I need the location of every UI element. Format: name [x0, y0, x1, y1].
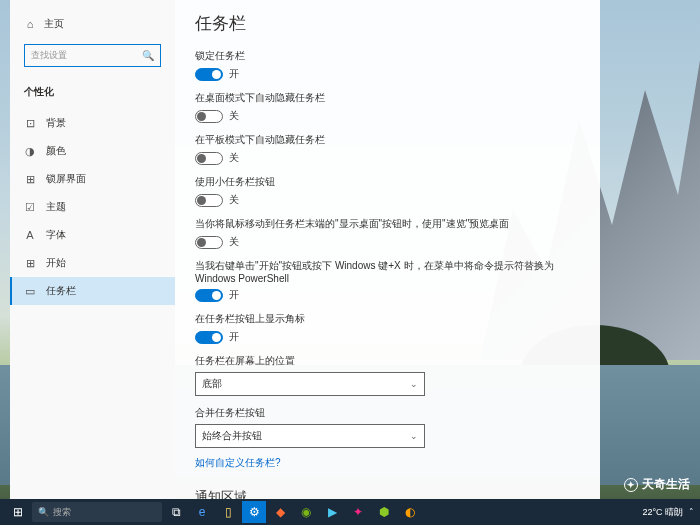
- edge-icon[interactable]: e: [190, 501, 214, 523]
- home-icon: ⌂: [24, 18, 36, 30]
- app-icon-5[interactable]: ⬢: [372, 501, 396, 523]
- dropdown-0[interactable]: 底部⌄: [195, 372, 425, 396]
- toggle-3[interactable]: [195, 194, 223, 207]
- app-icon-2[interactable]: ◉: [294, 501, 318, 523]
- setting-label-2: 在平板模式下自动隐藏任务栏: [195, 133, 580, 147]
- taskbar-search-text: 搜索: [53, 506, 71, 519]
- nav-icon: ◑: [24, 145, 36, 157]
- nav-label: 锁屏界面: [46, 172, 86, 186]
- explorer-icon[interactable]: ▯: [216, 501, 240, 523]
- nav-icon: ☑: [24, 201, 36, 213]
- sidebar-item-3[interactable]: ☑主题: [10, 193, 175, 221]
- nav-label: 背景: [46, 116, 66, 130]
- help-link[interactable]: 如何自定义任务栏?: [195, 456, 580, 470]
- toggle-state-0: 开: [229, 67, 239, 81]
- nav-icon: ⊞: [24, 257, 36, 269]
- app-icon-3[interactable]: ▶: [320, 501, 344, 523]
- taskbar-search[interactable]: 🔍 搜索: [32, 502, 162, 522]
- settings-icon[interactable]: ⚙: [242, 501, 266, 523]
- toggle-state-3: 关: [229, 193, 239, 207]
- toggle-state-5: 开: [229, 288, 239, 302]
- dropdown-1[interactable]: 始终合并按钮⌄: [195, 424, 425, 448]
- dropdown-value: 始终合并按钮: [202, 429, 262, 443]
- setting-label-4: 当你将鼠标移动到任务栏末端的"显示桌面"按钮时，使用"速览"预览桌面: [195, 217, 580, 231]
- app-icon-4[interactable]: ✦: [346, 501, 370, 523]
- nav-label: 开始: [46, 256, 66, 270]
- home-nav[interactable]: ⌂ 主页: [10, 12, 175, 36]
- sidebar-item-1[interactable]: ◑颜色: [10, 137, 175, 165]
- toggle-state-6: 开: [229, 330, 239, 344]
- nav-icon: ⊞: [24, 173, 36, 185]
- sidebar-item-2[interactable]: ⊞锁屏界面: [10, 165, 175, 193]
- sidebar: ⌂ 主页 查找设置 🔍 个性化 ⊡背景◑颜色⊞锁屏界面☑主题A字体⊞开始▭任务栏: [10, 0, 175, 500]
- dropdown-label-1: 合并任务栏按钮: [195, 406, 580, 420]
- nav-icon: A: [24, 229, 36, 241]
- toggle-5[interactable]: [195, 289, 223, 302]
- chevron-down-icon: ⌄: [410, 431, 418, 441]
- toggle-state-2: 关: [229, 151, 239, 165]
- page-title: 任务栏: [195, 12, 580, 35]
- dropdown-label-0: 任务栏在屏幕上的位置: [195, 354, 580, 368]
- toggle-2[interactable]: [195, 152, 223, 165]
- toggle-state-1: 关: [229, 109, 239, 123]
- nav-label: 颜色: [46, 144, 66, 158]
- nav-icon: ⊡: [24, 117, 36, 129]
- setting-label-5: 当我右键单击"开始"按钮或按下 Windows 键+X 时，在菜单中将命令提示符…: [195, 259, 580, 284]
- task-view-icon[interactable]: ⧉: [164, 501, 188, 523]
- content-pane: 任务栏 锁定任务栏开在桌面模式下自动隐藏任务栏关在平板模式下自动隐藏任务栏关使用…: [175, 0, 600, 500]
- app-icon-6[interactable]: ◐: [398, 501, 422, 523]
- brand-icon: ✦: [624, 478, 638, 492]
- sidebar-section: 个性化: [10, 75, 175, 109]
- setting-label-1: 在桌面模式下自动隐藏任务栏: [195, 91, 580, 105]
- search-icon: 🔍: [38, 507, 49, 517]
- nav-label: 任务栏: [46, 284, 76, 298]
- system-tray[interactable]: 22°C 晴朗 ˄: [642, 506, 694, 519]
- sidebar-item-0[interactable]: ⊡背景: [10, 109, 175, 137]
- weather-widget[interactable]: 22°C 晴朗: [642, 506, 683, 519]
- setting-label-3: 使用小任务栏按钮: [195, 175, 580, 189]
- setting-label-0: 锁定任务栏: [195, 49, 580, 63]
- toggle-state-4: 关: [229, 235, 239, 249]
- toggle-4[interactable]: [195, 236, 223, 249]
- brand-text: 天奇生活: [642, 476, 690, 493]
- tray-chevron-icon[interactable]: ˄: [689, 507, 694, 517]
- taskbar: ⊞ 🔍 搜索 ⧉ e ▯ ⚙ ◆ ◉ ▶ ✦ ⬢ ◐ 22°C 晴朗 ˄: [0, 499, 700, 525]
- start-button[interactable]: ⊞: [6, 501, 30, 523]
- chevron-down-icon: ⌄: [410, 379, 418, 389]
- sidebar-item-5[interactable]: ⊞开始: [10, 249, 175, 277]
- app-icon-1[interactable]: ◆: [268, 501, 292, 523]
- setting-label-6: 在任务栏按钮上显示角标: [195, 312, 580, 326]
- settings-window: ⌂ 主页 查找设置 🔍 个性化 ⊡背景◑颜色⊞锁屏界面☑主题A字体⊞开始▭任务栏…: [10, 0, 600, 500]
- sidebar-item-6[interactable]: ▭任务栏: [10, 277, 175, 305]
- toggle-0[interactable]: [195, 68, 223, 81]
- brand-watermark: ✦ 天奇生活: [624, 476, 690, 493]
- toggle-6[interactable]: [195, 331, 223, 344]
- search-icon: 🔍: [142, 50, 154, 61]
- dropdown-value: 底部: [202, 377, 222, 391]
- nav-label: 主题: [46, 200, 66, 214]
- search-input[interactable]: 查找设置 🔍: [24, 44, 161, 67]
- home-label: 主页: [44, 17, 64, 31]
- nav-icon: ▭: [24, 285, 36, 297]
- sidebar-item-4[interactable]: A字体: [10, 221, 175, 249]
- nav-label: 字体: [46, 228, 66, 242]
- search-placeholder: 查找设置: [31, 49, 67, 62]
- toggle-1[interactable]: [195, 110, 223, 123]
